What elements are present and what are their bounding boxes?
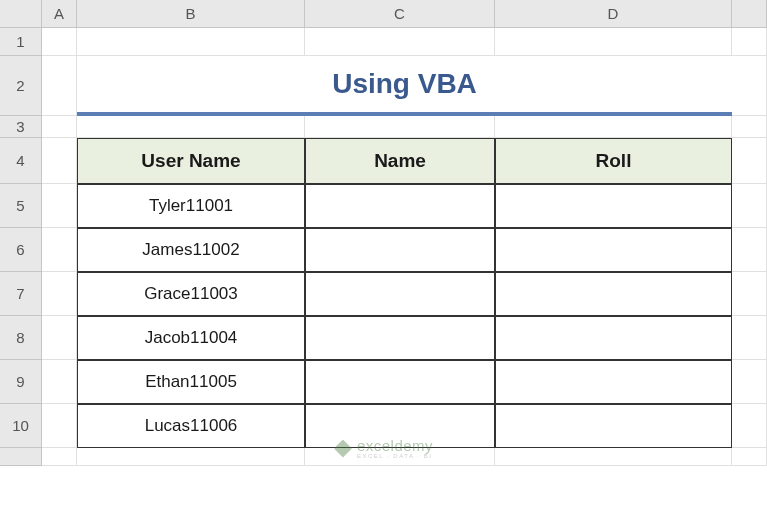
table-row[interactable]: Ethan11005 bbox=[77, 360, 305, 404]
table-row[interactable]: Tyler11001 bbox=[77, 184, 305, 228]
cell-e3[interactable] bbox=[732, 116, 767, 138]
row-header-9[interactable]: 9 bbox=[0, 360, 42, 404]
row-header-5[interactable]: 5 bbox=[0, 184, 42, 228]
row-header-6[interactable]: 6 bbox=[0, 228, 42, 272]
row-header-11[interactable] bbox=[0, 448, 42, 466]
cell-d1[interactable] bbox=[495, 28, 732, 56]
table-row[interactable]: Lucas11006 bbox=[77, 404, 305, 448]
cell-a4[interactable] bbox=[42, 138, 77, 184]
table-header-username[interactable]: User Name bbox=[77, 138, 305, 184]
cell-a9[interactable] bbox=[42, 360, 77, 404]
cell-a7[interactable] bbox=[42, 272, 77, 316]
cell-d11[interactable] bbox=[495, 448, 732, 466]
cell-e9[interactable] bbox=[732, 360, 767, 404]
row-header-2[interactable]: 2 bbox=[0, 56, 42, 116]
column-header-a[interactable]: A bbox=[42, 0, 77, 28]
table-row[interactable] bbox=[495, 228, 732, 272]
table-row[interactable]: James11002 bbox=[77, 228, 305, 272]
column-header-c[interactable]: C bbox=[305, 0, 495, 28]
select-all-corner[interactable] bbox=[0, 0, 42, 28]
cell-a2[interactable] bbox=[42, 56, 77, 116]
table-row[interactable]: Jacob11004 bbox=[77, 316, 305, 360]
cell-c11[interactable] bbox=[305, 448, 495, 466]
cell-a1[interactable] bbox=[42, 28, 77, 56]
cell-e11[interactable] bbox=[732, 448, 767, 466]
table-row[interactable]: Grace11003 bbox=[77, 272, 305, 316]
table-header-name[interactable]: Name bbox=[305, 138, 495, 184]
table-row[interactable] bbox=[305, 272, 495, 316]
cell-b3[interactable] bbox=[77, 116, 305, 138]
row-header-1[interactable]: 1 bbox=[0, 28, 42, 56]
table-row[interactable] bbox=[305, 404, 495, 448]
cell-a11[interactable] bbox=[42, 448, 77, 466]
cell-b1[interactable] bbox=[77, 28, 305, 56]
cell-e4[interactable] bbox=[732, 138, 767, 184]
column-header-e[interactable] bbox=[732, 0, 767, 28]
row-header-7[interactable]: 7 bbox=[0, 272, 42, 316]
table-row[interactable] bbox=[495, 360, 732, 404]
cell-d3[interactable] bbox=[495, 116, 732, 138]
row-header-3[interactable]: 3 bbox=[0, 116, 42, 138]
table-row[interactable] bbox=[495, 184, 732, 228]
table-row[interactable] bbox=[495, 316, 732, 360]
cell-e2[interactable] bbox=[732, 56, 767, 116]
cell-e6[interactable] bbox=[732, 228, 767, 272]
cell-c1[interactable] bbox=[305, 28, 495, 56]
table-row[interactable] bbox=[305, 316, 495, 360]
row-header-10[interactable]: 10 bbox=[0, 404, 42, 448]
cell-e8[interactable] bbox=[732, 316, 767, 360]
cell-a10[interactable] bbox=[42, 404, 77, 448]
title-cell[interactable]: Using VBA bbox=[77, 56, 732, 116]
row-header-8[interactable]: 8 bbox=[0, 316, 42, 360]
spreadsheet-grid: A B C D 1 2 Using VBA 3 4 User Name Name… bbox=[0, 0, 767, 466]
table-row[interactable] bbox=[495, 272, 732, 316]
table-row[interactable] bbox=[305, 184, 495, 228]
table-row[interactable] bbox=[305, 228, 495, 272]
cell-a3[interactable] bbox=[42, 116, 77, 138]
column-header-d[interactable]: D bbox=[495, 0, 732, 28]
table-header-roll[interactable]: Roll bbox=[495, 138, 732, 184]
row-header-4[interactable]: 4 bbox=[0, 138, 42, 184]
column-header-b[interactable]: B bbox=[77, 0, 305, 28]
cell-e10[interactable] bbox=[732, 404, 767, 448]
cell-c3[interactable] bbox=[305, 116, 495, 138]
cell-e7[interactable] bbox=[732, 272, 767, 316]
cell-a6[interactable] bbox=[42, 228, 77, 272]
cell-a8[interactable] bbox=[42, 316, 77, 360]
table-row[interactable] bbox=[305, 360, 495, 404]
cell-e5[interactable] bbox=[732, 184, 767, 228]
table-row[interactable] bbox=[495, 404, 732, 448]
cell-e1[interactable] bbox=[732, 28, 767, 56]
cell-b11[interactable] bbox=[77, 448, 305, 466]
cell-a5[interactable] bbox=[42, 184, 77, 228]
